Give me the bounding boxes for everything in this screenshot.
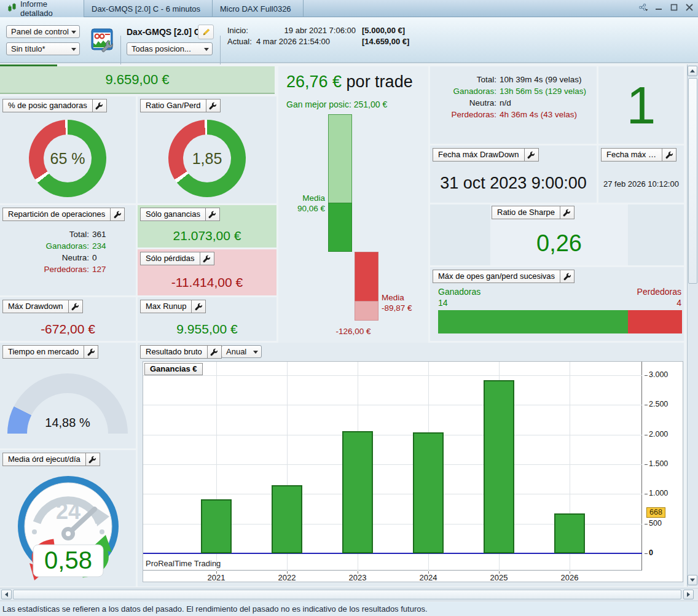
wrench-icon[interactable] bbox=[200, 252, 214, 265]
sharpe-inner: Ratio de Sharpe 0,26 bbox=[490, 205, 628, 265]
close-button[interactable] bbox=[684, 2, 694, 12]
positions-select-value: Todas posicion... bbox=[131, 44, 191, 53]
avg-gain-label: Media90,06 € bbox=[280, 193, 325, 214]
wrench-icon[interactable] bbox=[92, 99, 107, 112]
chart-gridline bbox=[143, 464, 642, 465]
panel-title: Media órd ejecut/día bbox=[2, 453, 86, 466]
x-tick-label: 2024 bbox=[404, 573, 453, 582]
panel-title: Resultado bruto bbox=[140, 345, 208, 359]
maximize-button[interactable] bbox=[669, 2, 679, 12]
x-tick-label: 2021 bbox=[192, 573, 241, 582]
disclaimer-text: Las estadísticas se refieren a los datos… bbox=[2, 604, 428, 614]
wrench-icon[interactable] bbox=[191, 300, 206, 313]
best-position-gain: Gan mejor posic: 251,00 € bbox=[286, 99, 387, 109]
y-tick-label: 1.500 bbox=[645, 459, 668, 468]
vertical-scrollbar[interactable] bbox=[687, 64, 698, 587]
current-value-marker: 668 bbox=[646, 507, 665, 518]
panel-title: Repartición de operaciones bbox=[2, 208, 111, 221]
wrench-icon[interactable] bbox=[560, 206, 574, 219]
system-name: Dax-GMQS [2.0] C bbox=[127, 27, 200, 37]
tab-label: Dax-GMQS [2.0] C - 6 minutos bbox=[92, 4, 200, 14]
period-select[interactable]: Anual bbox=[221, 345, 262, 358]
panel-open-positions: 1 bbox=[598, 66, 684, 144]
wrench-icon[interactable] bbox=[524, 148, 539, 162]
x-tick-label: 2023 bbox=[333, 573, 382, 582]
candlestick-icon bbox=[7, 3, 17, 14]
report-settings-icon-button[interactable] bbox=[91, 27, 114, 55]
scroll-right-button[interactable] bbox=[683, 590, 694, 599]
orders-per-day-clock-icon: 24 0,58 bbox=[16, 472, 120, 583]
panel-title: Ratio Gan/Perd bbox=[140, 99, 206, 112]
wrench-icon[interactable] bbox=[662, 148, 676, 162]
actual-amount: [14.659,00 €] bbox=[362, 36, 409, 47]
max-drawdown-value: -672,00 € bbox=[0, 322, 136, 337]
market-time-gauge: 14,88 % bbox=[7, 373, 128, 434]
chart-legend-chip[interactable]: Ganancias € bbox=[144, 363, 203, 375]
tab-instrument[interactable]: Micro DAX Full0326 bbox=[213, 0, 304, 17]
wrench-icon[interactable] bbox=[68, 300, 83, 313]
tab-informe-detallado[interactable]: Informe detallado bbox=[0, 0, 84, 17]
chart-bar bbox=[413, 432, 444, 553]
share-connection-icon[interactable] bbox=[638, 2, 648, 12]
clock-dial-label: 24 bbox=[56, 499, 80, 524]
vertical-scrollbar-thumb[interactable] bbox=[688, 78, 697, 284]
arrow-right-icon bbox=[687, 592, 690, 597]
panel-select[interactable]: Panel de control bbox=[6, 25, 80, 38]
arrow-down-icon bbox=[690, 579, 695, 582]
chevron-down-icon bbox=[71, 48, 76, 51]
horizontal-scrollbar-thumb[interactable] bbox=[13, 590, 681, 599]
wrench-icon[interactable] bbox=[110, 208, 125, 221]
sucesivas-bar-red bbox=[628, 310, 682, 333]
sucesivas-bar-green bbox=[438, 310, 628, 333]
wrench-icon[interactable] bbox=[85, 453, 100, 466]
sharpe-value: 0,26 bbox=[490, 230, 628, 257]
edit-name-button[interactable] bbox=[198, 25, 214, 39]
pos-time-neutra: Neutra:n/d bbox=[430, 97, 597, 109]
panel-title: Máx Drawdown bbox=[2, 300, 69, 313]
tab-system-timeframe[interactable]: Dax-GMQS [2.0] C - 6 minutos bbox=[84, 0, 213, 17]
chart-bar bbox=[484, 380, 514, 553]
panel-sharpe-row: Ratio de Sharpe 0,26 bbox=[430, 205, 684, 265]
sucesivas-perdedoras: Perdedoras4 bbox=[637, 286, 681, 308]
pos-time-total: Total:10h 39m 4s (99 velas) bbox=[430, 74, 597, 85]
wrench-icon[interactable] bbox=[84, 345, 98, 359]
pencil-icon bbox=[202, 28, 211, 37]
minimize-button[interactable] bbox=[654, 2, 664, 12]
panel-solo-ganancias: Sólo ganancias 21.073,00 € bbox=[138, 205, 276, 248]
scroll-left-button[interactable] bbox=[1, 590, 12, 599]
wrench-icon[interactable] bbox=[205, 208, 220, 221]
layout-select[interactable]: Sin título* bbox=[6, 42, 80, 55]
wrench-icon[interactable] bbox=[560, 270, 574, 283]
positions-select[interactable]: Todas posicion... bbox=[127, 42, 213, 55]
chart-gridline bbox=[143, 435, 642, 435]
y-tick-label: 2.000 bbox=[645, 430, 668, 439]
arrow-left-icon bbox=[5, 592, 8, 597]
actual-date: 4 mar 2026 21:54:00 bbox=[256, 36, 362, 47]
tab-label: Micro DAX Full0326 bbox=[220, 4, 291, 14]
loss-distribution-bar bbox=[355, 252, 378, 321]
horizontal-scrollbar[interactable] bbox=[0, 588, 698, 601]
scroll-up-button[interactable] bbox=[688, 66, 697, 76]
y-tick-label: 1.000 bbox=[645, 489, 668, 497]
panel-max-drawdown: Máx Drawdown -672,00 € bbox=[0, 297, 136, 341]
panel-fecha-runup: Fecha máx Run... 27 feb 2026 10:12:00 bbox=[598, 146, 684, 203]
chart-bar bbox=[201, 499, 232, 553]
market-time-value: 14,88 % bbox=[7, 416, 128, 430]
chart-gridline bbox=[143, 375, 642, 376]
panel-fecha-drawdown: Fecha máx DrawDown 31 oct 2023 9:00:00 bbox=[430, 146, 597, 203]
max-loss-segment bbox=[355, 301, 378, 321]
x-tick-mark bbox=[570, 571, 570, 574]
x-tick-mark bbox=[358, 571, 358, 574]
reparticion-ganadoras: Ganadoras:234 bbox=[0, 240, 136, 252]
wrench-icon[interactable] bbox=[206, 99, 221, 112]
scroll-down-button[interactable] bbox=[688, 575, 697, 585]
chevron-down-icon bbox=[253, 351, 258, 354]
wrench-icon[interactable] bbox=[207, 345, 222, 359]
chevron-down-icon bbox=[204, 48, 209, 51]
reparticion-total: Total:361 bbox=[0, 228, 136, 240]
pos-time-perdedoras: Perdedoras:4h 36m 4s (43 velas) bbox=[430, 109, 597, 120]
win-pct-value: 65 % bbox=[50, 150, 85, 168]
open-positions-count: 1 bbox=[598, 66, 684, 144]
inicio-label: Inicio: bbox=[227, 25, 256, 36]
x-tick-mark bbox=[428, 571, 429, 574]
